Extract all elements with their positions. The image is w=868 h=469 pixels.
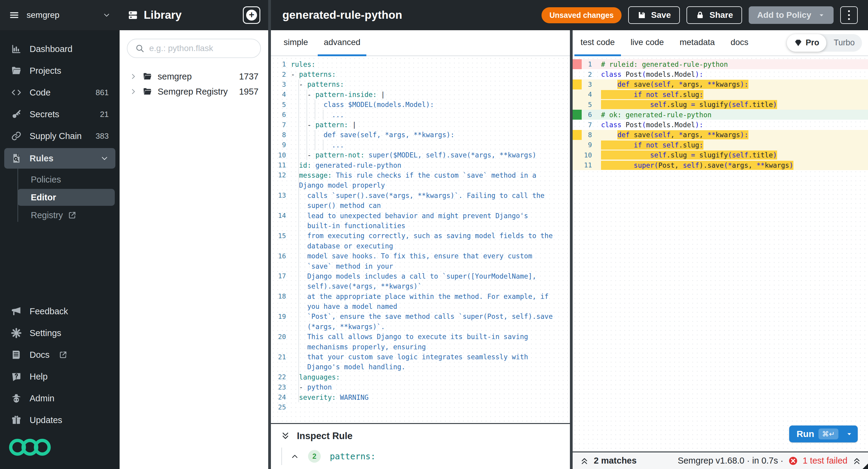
code-line[interactable]: 23- python: [271, 382, 570, 392]
code-line[interactable]: 8 def save(self, *args, **kwargs):: [572, 130, 868, 140]
expand-results-icon[interactable]: [852, 456, 861, 465]
sidebar-item-secrets[interactable]: Secrets21: [0, 104, 120, 125]
tab-docs[interactable]: docs: [724, 30, 754, 56]
sidebar-item-editor[interactable]: Editor: [18, 189, 115, 206]
settings-icon: [11, 328, 22, 339]
code-text: ...: [291, 110, 344, 120]
sidebar-item-updates[interactable]: Updates: [0, 409, 120, 431]
code-line[interactable]: 9...: [271, 140, 570, 150]
sidebar-item-settings[interactable]: Settings: [0, 322, 120, 344]
code-line[interactable]: 7class Post(models.Model):: [572, 120, 868, 129]
run-button[interactable]: Run ⌘↵: [789, 426, 858, 442]
chevron-right-icon[interactable]: [129, 88, 137, 95]
code-line[interactable]: 4- pattern-inside: |: [271, 89, 570, 99]
sidebar-item-admin[interactable]: Admin: [0, 387, 120, 409]
sidebar-item-rules[interactable]: Rules: [4, 148, 115, 169]
code-line[interactable]: 20This call allows Django to execute its…: [271, 332, 570, 342]
code-line[interactable]: 14lead to unexpected behavior and might …: [271, 211, 570, 221]
resize-handle[interactable]: [863, 464, 868, 469]
sidebar-item-feedback[interactable]: Feedback: [0, 300, 120, 322]
save-button[interactable]: Save: [628, 6, 680, 24]
code-line[interactable]: self).save(*args, **kwargs)`: [271, 281, 570, 291]
code-line[interactable]: 10 self.slug = slugify(self.title): [572, 150, 868, 160]
code-line[interactable]: 5 self.slug = slugify(self.title): [572, 100, 868, 110]
match-highlight: self: [601, 100, 666, 109]
code-line[interactable]: Django model properly: [271, 180, 570, 190]
code-line[interactable]: database or executing: [271, 241, 570, 251]
inspect-pattern-key[interactable]: patterns:: [330, 451, 376, 462]
workspace-switcher[interactable]: semgrep: [0, 0, 120, 30]
chevron-right-icon[interactable]: [129, 72, 137, 80]
code-line[interactable]: 21that your custom save logic integrates…: [271, 352, 570, 362]
tab-live-code[interactable]: live code: [625, 30, 670, 56]
code-line[interactable]: 19`Post`, ensure the save method calls `…: [271, 312, 570, 322]
code-text: class Post(models.Model):: [601, 120, 704, 129]
add-to-policy-button[interactable]: Add to Policy: [749, 6, 834, 24]
sidebar-item-supply-chain[interactable]: Supply Chain383: [0, 125, 120, 147]
run-dropdown-caret[interactable]: [846, 430, 853, 438]
code-line[interactable]: 5class $MODEL(models.Model):: [271, 100, 570, 110]
code-line[interactable]: 18at the appropriate place within the me…: [271, 291, 570, 301]
share-button[interactable]: Share: [686, 6, 742, 24]
more-options-button[interactable]: [840, 6, 858, 24]
yaml-editor[interactable]: 1rules:2- patterns:3- patterns:4- patter…: [271, 56, 570, 423]
search-input[interactable]: [149, 43, 252, 53]
code-line[interactable]: 1# ruleid: generated-rule-python: [572, 59, 868, 69]
code-line[interactable]: built-in functionalities: [271, 221, 570, 231]
tab-advanced[interactable]: advanced: [318, 30, 366, 56]
code-line[interactable]: 3- patterns:: [271, 80, 570, 89]
chevron-up-icon[interactable]: [290, 452, 299, 461]
hamburger-menu-icon[interactable]: [9, 10, 19, 20]
code-line[interactable]: super() method can: [271, 200, 570, 210]
turbo-mode-toggle[interactable]: Turbo: [826, 34, 862, 52]
code-token: This rule checks if the custom `save` me…: [332, 171, 536, 180]
code-line[interactable]: 24severity: WARNING: [271, 392, 570, 402]
code-line[interactable]: 12message: This rule checks if the custo…: [271, 170, 570, 180]
code-line[interactable]: you have a model named: [271, 301, 570, 311]
code-line[interactable]: 1rules:: [271, 59, 570, 69]
code-line[interactable]: 25: [271, 402, 570, 412]
sidebar-item-projects[interactable]: Projects: [0, 60, 120, 82]
sidebar-item-dashboard[interactable]: Dashboard: [0, 38, 120, 60]
library-folder-semgrep-registry[interactable]: Semgrep Registry1957: [127, 84, 261, 99]
code-line[interactable]: 6# ok: generated-rule-python: [572, 110, 868, 120]
double-chevron-down-icon[interactable]: [281, 431, 290, 441]
sidebar-item-code[interactable]: Code861: [0, 82, 120, 104]
inspect-rule-header[interactable]: Inspect Rule: [281, 431, 570, 441]
code-line[interactable]: 4 if not self.slug:: [572, 89, 868, 99]
code-line[interactable]: 11 super(Post, self).save(*args, **kwarg…: [572, 160, 868, 170]
panel-divider[interactable]: [570, 30, 572, 469]
code-line[interactable]: 16model save hooks. To fix this, ensure …: [271, 251, 570, 261]
test-code-editor[interactable]: 1# ruleid: generated-rule-python2class P…: [572, 56, 868, 451]
indent-guide: [291, 291, 299, 301]
code-line[interactable]: 2- patterns:: [271, 69, 570, 79]
panel-divider[interactable]: [268, 0, 271, 469]
code-line[interactable]: 15from executing correctly, such as savi…: [271, 231, 570, 241]
code-line[interactable]: 13calls `super().save(*args, **kwargs)`.…: [271, 190, 570, 200]
red-gutter-marker: [572, 59, 582, 69]
code-line[interactable]: (*args, **kwargs)`.: [271, 322, 570, 331]
tab-test-code[interactable]: test code: [575, 30, 621, 56]
code-line[interactable]: 17Django models includes a call to `supe…: [271, 271, 570, 281]
library-folder-semgrep[interactable]: semgrep1737: [127, 69, 261, 84]
code-line[interactable]: 3 def save(self, *args, **kwargs):: [572, 80, 868, 89]
code-line[interactable]: 8def save(self, *args, **kwargs):: [271, 130, 570, 140]
pro-engine-toggle[interactable]: Pro: [787, 34, 826, 52]
code-line[interactable]: 2class Post(models.Model):: [572, 69, 868, 79]
code-line[interactable]: 22languages:: [271, 372, 570, 382]
sidebar-item-docs[interactable]: Docs: [0, 344, 120, 365]
code-token: -: [307, 150, 315, 159]
code-line[interactable]: 6...: [271, 110, 570, 120]
code-line[interactable]: 9 if not self.slug:: [572, 140, 868, 150]
tab-metadata[interactable]: metadata: [674, 30, 721, 56]
tab-simple[interactable]: simple: [278, 30, 314, 56]
new-rule-button[interactable]: +: [243, 6, 260, 24]
code-line[interactable]: `save` method in your: [271, 261, 570, 271]
code-line[interactable]: Django's model handling.: [271, 362, 570, 372]
code-line[interactable]: mechanisms properly, ensuring: [271, 342, 570, 352]
sidebar-item-help[interactable]: Help: [0, 365, 120, 387]
expand-matches-icon[interactable]: [580, 456, 589, 465]
code-line[interactable]: 11id: generated-rule-python: [271, 160, 570, 170]
code-line[interactable]: 10- pattern-not: super($MODEL, self).sav…: [271, 150, 570, 160]
code-line[interactable]: 7- pattern: |: [271, 120, 570, 129]
